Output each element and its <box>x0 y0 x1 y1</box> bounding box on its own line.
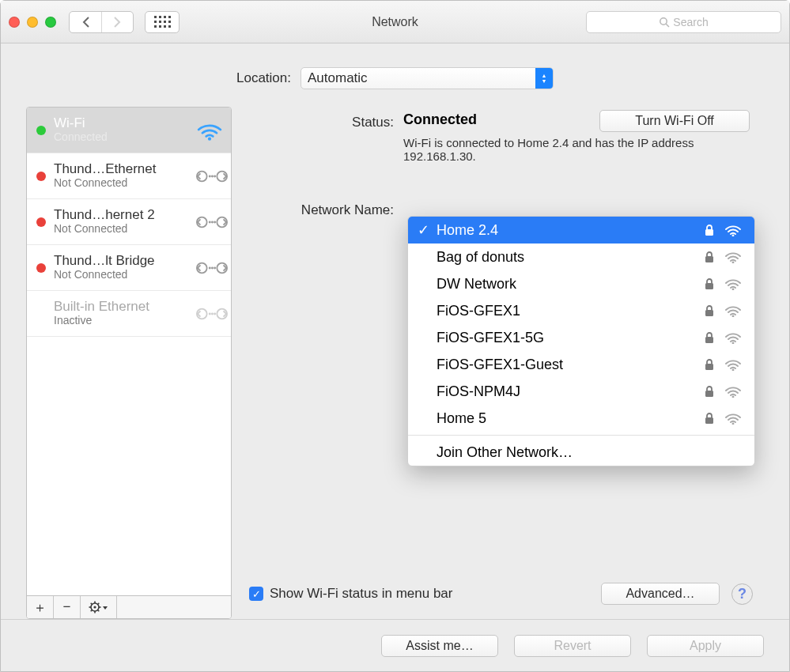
svg-line-32 <box>90 610 92 612</box>
wifi-network-name: FiOS-NPM4J <box>437 383 697 400</box>
service-title: Wi-Fi <box>54 116 188 131</box>
wifi-network-name: FiOS-GFEX1 <box>437 303 697 319</box>
svg-point-40 <box>732 315 735 317</box>
details-pane: Status: Connected Wi-Fi is connected to … <box>249 107 764 619</box>
close-button[interactable] <box>9 17 20 28</box>
revert-button[interactable]: Revert <box>514 635 631 657</box>
show-all-button[interactable] <box>145 11 180 33</box>
show-menu-bar-row: ✓ Show Wi-Fi status in menu bar <box>249 586 452 602</box>
wifi-icon <box>196 120 223 141</box>
service-item-thund-ethernet[interactable]: Thund…Ethernet Not Connected <box>27 153 231 199</box>
zoom-button[interactable] <box>45 17 56 28</box>
wifi-network-name: Home 5 <box>437 410 697 427</box>
service-title: Thund…lt Bridge <box>54 254 188 269</box>
ethernet-icon <box>196 212 228 232</box>
svg-rect-33 <box>705 229 713 236</box>
svg-point-46 <box>732 396 735 398</box>
svg-point-38 <box>732 289 735 290</box>
svg-point-48 <box>732 423 735 425</box>
apply-button[interactable]: Apply <box>647 635 764 657</box>
footer: Assist me… Revert Apply <box>1 619 789 671</box>
lock-icon <box>704 412 715 425</box>
forward-button[interactable] <box>101 12 133 32</box>
wifi-network-name: FiOS-GFEX1-Guest <box>437 357 697 373</box>
svg-point-42 <box>732 342 735 344</box>
wifi-network-name: FiOS-GFEX1-5G <box>437 330 697 346</box>
svg-point-6 <box>211 175 214 177</box>
location-select[interactable]: Automatic ▲▼ <box>301 67 554 89</box>
location-row: Location: Automatic ▲▼ <box>1 67 789 89</box>
wifi-network-item[interactable]: FiOS-GFEX1 <box>408 297 754 324</box>
lock-icon <box>704 385 715 398</box>
service-status: Not Connected <box>54 223 188 235</box>
chevron-up-down-icon: ▲▼ <box>535 68 553 89</box>
svg-point-12 <box>214 221 216 223</box>
service-status: Inactive <box>54 315 188 327</box>
wifi-network-item[interactable]: Home 5 <box>408 405 754 432</box>
services-sidebar: Wi-Fi Connected Thund…Ethernet Not Conne… <box>26 107 232 619</box>
back-button[interactable] <box>70 12 101 32</box>
help-button[interactable]: ? <box>731 583 753 605</box>
wifi-network-item[interactable]: Bag of donuts <box>408 244 754 270</box>
titlebar: Network Search <box>1 1 789 43</box>
svg-point-16 <box>211 266 214 269</box>
svg-rect-37 <box>705 283 713 289</box>
lock-icon <box>704 277 715 290</box>
wifi-network-item[interactable]: FiOS-GFEX1-5G <box>408 324 754 351</box>
remove-service-button[interactable]: − <box>54 596 81 618</box>
svg-rect-43 <box>705 364 713 370</box>
status-dot <box>36 172 46 181</box>
svg-rect-35 <box>705 256 713 262</box>
svg-point-20 <box>209 312 211 315</box>
lock-icon <box>704 224 715 236</box>
check-icon: ✓ <box>416 221 430 239</box>
ethernet-icon <box>196 166 228 187</box>
traffic-lights <box>9 17 56 28</box>
wifi-network-name: Home 2.4 <box>437 222 697 239</box>
service-item-thund-lt-bridge[interactable]: Thund…lt Bridge Not Connected <box>27 245 231 291</box>
wifi-network-item[interactable]: DW Network <box>408 270 754 297</box>
gear-icon <box>89 601 109 613</box>
service-title: Thund…Ethernet <box>54 162 188 177</box>
svg-point-24 <box>93 606 96 608</box>
svg-line-30 <box>97 610 99 612</box>
service-item-thund-hernet-2[interactable]: Thund…hernet 2 Not Connected <box>27 199 231 245</box>
service-actions-menu[interactable] <box>81 596 117 618</box>
network-prefs-window: Network Search Location: Automatic ▲▼ Wi… <box>0 0 790 672</box>
wifi-network-item[interactable]: FiOS-NPM4J <box>408 378 754 405</box>
svg-point-2 <box>208 137 211 140</box>
svg-line-29 <box>90 603 92 605</box>
nav-buttons <box>69 11 134 33</box>
svg-point-5 <box>209 175 211 177</box>
turn-wifi-off-button[interactable]: Turn Wi-Fi Off <box>599 110 750 132</box>
wifi-icon <box>724 358 742 371</box>
wifi-icon <box>724 251 742 263</box>
wifi-icon <box>724 385 742 398</box>
add-service-button[interactable]: ＋ <box>27 596 54 618</box>
status-dot <box>36 217 46 227</box>
service-item-wi-fi[interactable]: Wi-Fi Connected <box>27 108 231 153</box>
status-dot <box>36 309 46 319</box>
wifi-network-item[interactable]: FiOS-GFEX1-Guest <box>408 351 754 378</box>
service-item-built-in-ethernet[interactable]: Built-in Ethernet Inactive <box>27 291 231 337</box>
search-wrap: Search <box>586 11 781 33</box>
advanced-button[interactable]: Advanced… <box>601 583 720 605</box>
show-menu-bar-checkbox[interactable]: ✓ <box>249 587 263 601</box>
svg-point-15 <box>209 266 211 269</box>
wifi-icon <box>724 277 742 290</box>
svg-line-31 <box>97 603 99 605</box>
assist-me-button[interactable]: Assist me… <box>381 635 498 657</box>
search-placeholder: Search <box>673 16 708 28</box>
lock-icon <box>704 304 715 317</box>
svg-point-11 <box>211 221 214 223</box>
network-name-dropdown[interactable]: ✓ Home 2.4 Bag of donuts DW Network <box>407 216 755 466</box>
minimize-button[interactable] <box>27 17 38 28</box>
service-title: Built-in Ethernet <box>54 300 188 315</box>
svg-point-7 <box>214 175 216 177</box>
svg-point-21 <box>211 312 214 315</box>
join-other-network-item[interactable]: Join Other Network… <box>408 439 754 466</box>
ethernet-icon <box>196 304 228 324</box>
lock-icon <box>704 331 715 344</box>
search-input[interactable]: Search <box>586 11 781 33</box>
wifi-network-item[interactable]: ✓ Home 2.4 <box>408 217 754 244</box>
